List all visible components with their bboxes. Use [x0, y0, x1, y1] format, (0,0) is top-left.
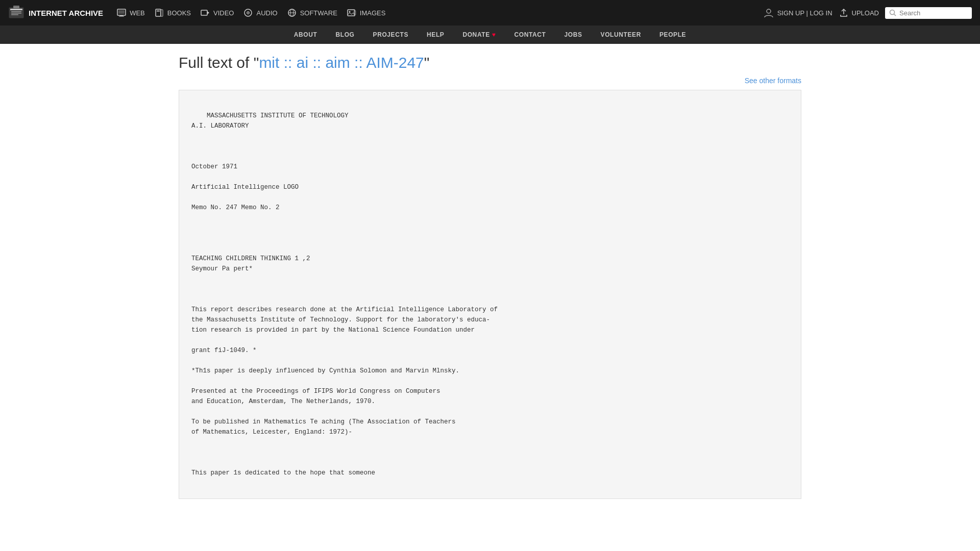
svg-rect-2 — [11, 11, 21, 12]
sec-nav-about[interactable]: ABOUT — [292, 31, 320, 38]
page-title-area: Full text of "mit :: ai :: aim :: AIM-24… — [179, 54, 801, 71]
sec-nav-volunteer[interactable]: VOLUNTEER — [599, 31, 643, 38]
svg-rect-7 — [118, 10, 125, 14]
svg-rect-8 — [120, 15, 123, 16]
nav-books-label: BOOKS — [167, 9, 191, 17]
main-content: Full text of "mit :: ai :: aim :: AIM-24… — [158, 44, 822, 509]
title-suffix: " — [424, 54, 430, 71]
svg-rect-3 — [11, 13, 21, 14]
sec-nav-people[interactable]: PEOPLE — [657, 31, 688, 38]
svg-rect-11 — [157, 10, 160, 11]
svg-point-26 — [890, 10, 895, 15]
software-icon — [287, 8, 297, 18]
svg-point-23 — [349, 11, 350, 13]
svg-line-27 — [894, 14, 896, 16]
title-link[interactable]: mit :: ai :: aim :: AIM-247 — [259, 54, 424, 71]
upload-icon — [839, 8, 849, 18]
nav-web-label: WEB — [130, 9, 145, 17]
nav-images-label: IMAGES — [360, 9, 386, 17]
books-icon — [154, 8, 164, 18]
user-icon — [763, 7, 774, 18]
svg-rect-5 — [13, 6, 19, 8]
sec-nav-blog[interactable]: BLOG — [333, 31, 356, 38]
svg-rect-12 — [157, 11, 160, 12]
page-title: Full text of "mit :: ai :: aim :: AIM-24… — [179, 54, 801, 71]
user-area[interactable]: SIGN UP | LOG IN — [763, 7, 832, 18]
search-box[interactable] — [885, 7, 972, 19]
sec-nav-projects[interactable]: PROJECTS — [371, 31, 410, 38]
top-navigation: INTERNET ARCHIVE WEB BOOKS VIDEO — [0, 0, 980, 26]
see-other-formats-area: See other formats — [179, 77, 801, 85]
svg-point-25 — [767, 9, 771, 13]
nav-video[interactable]: VIDEO — [200, 8, 234, 18]
text-content-box: MASSACHUSETTS INSTITUTE OF TECHNOLOGY A.… — [179, 90, 801, 499]
nav-web[interactable]: WEB — [116, 8, 145, 18]
donate-heart-icon: ♥ — [492, 31, 496, 38]
images-icon — [347, 8, 357, 18]
nav-audio-label: AUDIO — [256, 9, 277, 17]
nav-video-label: VIDEO — [213, 9, 234, 17]
document-text: MASSACHUSETTS INSTITUTE OF TECHNOLOGY A.… — [191, 112, 498, 477]
sec-nav-contact[interactable]: CONTACT — [512, 31, 548, 38]
logo-icon — [8, 5, 24, 21]
nav-books[interactable]: BOOKS — [154, 8, 191, 18]
see-other-formats-link[interactable]: See other formats — [745, 77, 801, 85]
search-icon — [889, 9, 896, 16]
title-prefix: Full text of " — [179, 54, 259, 71]
search-input[interactable] — [899, 9, 966, 17]
audio-icon — [243, 8, 253, 18]
logo-text: INTERNET ARCHIVE — [29, 9, 103, 17]
svg-rect-1 — [10, 9, 22, 10]
sec-nav-jobs[interactable]: JOBS — [562, 31, 584, 38]
nav-images[interactable]: IMAGES — [347, 8, 386, 18]
nav-audio[interactable]: AUDIO — [243, 8, 277, 18]
upload-area[interactable]: UPLOAD — [839, 8, 879, 18]
video-icon — [200, 8, 210, 18]
sec-nav-donate[interactable]: DONATE ♥ — [460, 31, 498, 38]
upload-text: UPLOAD — [852, 9, 879, 17]
nav-software-label: SOFTWARE — [300, 9, 337, 17]
svg-rect-14 — [201, 10, 207, 15]
logo-link[interactable]: INTERNET ARCHIVE — [8, 5, 103, 21]
svg-rect-9 — [119, 16, 124, 17]
top-nav-right: SIGN UP | LOG IN UPLOAD — [763, 7, 972, 19]
svg-marker-15 — [207, 11, 209, 14]
secondary-navigation: ABOUT BLOG PROJECTS HELP DONATE ♥ CONTAC… — [0, 26, 980, 44]
user-text: SIGN UP | LOG IN — [777, 9, 832, 17]
nav-software[interactable]: SOFTWARE — [287, 8, 337, 18]
sec-nav-help[interactable]: HELP — [425, 31, 446, 38]
web-icon — [116, 8, 127, 18]
svg-point-18 — [248, 12, 249, 13]
svg-rect-4 — [11, 14, 18, 15]
